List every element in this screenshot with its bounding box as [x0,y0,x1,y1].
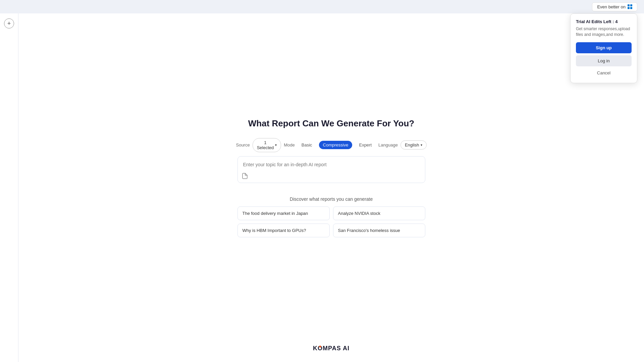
trial-popup: Trial AI Edits Left : 4 Get smarter resp… [570,13,637,83]
source-label: Source [236,142,250,147]
textarea-wrapper [237,156,425,184]
language-label: Language [378,142,398,147]
language-button[interactable]: English ▾ [400,140,427,149]
suggestion-chip-0[interactable]: The food delivery market in Japan [237,206,330,220]
source-chevron-icon: ▾ [275,143,277,147]
add-button[interactable]: + [4,18,14,28]
mode-expert-button[interactable]: Expert [355,141,376,149]
signup-button[interactable]: Sign up [576,42,632,53]
even-better-label: Even better on [597,4,626,9]
page-title: What Report Can We Generate For You? [248,118,415,129]
top-bar: Even better on [0,0,644,13]
discover-title: Discover what reports you can generate [237,196,425,202]
source-button[interactable]: 1 Selected ▾ [253,138,281,152]
mode-basic-button[interactable]: Basic [298,141,316,149]
login-button[interactable]: Log in [576,55,632,66]
mode-label: Mode [284,142,295,147]
windows-icon [628,4,632,9]
discover-section: Discover what reports you can generate T… [237,196,425,237]
plus-icon: + [7,20,11,27]
suggestion-chip-3[interactable]: San Francisco's homeless issue [333,224,425,237]
main-content: What Report Can We Generate For You? Sou… [18,13,644,362]
sidebar: + [0,13,18,362]
file-icon [242,173,248,180]
main-inner: What Report Can We Generate For You? Sou… [237,118,425,237]
mode-compressive-button[interactable]: Compressive [319,141,353,149]
suggestion-chip-1[interactable]: Analyze NVIDIA stock [333,206,425,220]
even-better-button[interactable]: Even better on [592,2,637,11]
topic-input[interactable] [237,156,425,183]
suggestions-grid: The food delivery market in Japan Analyz… [237,206,425,237]
language-value: English [405,142,419,147]
cancel-button[interactable]: Cancel [576,68,632,77]
logo-text: KOMPAS AI [313,345,350,352]
controls-row: Source 1 Selected ▾ Mode Basic Compressi… [237,138,425,152]
suggestion-chip-2[interactable]: Why is HBM Important to GPUs? [237,224,330,237]
source-value: 1 Selected [257,140,274,150]
popup-description: Get smarter responses,upload files and i… [576,26,632,38]
footer-logo: KOMPAS AI [313,345,350,352]
language-chevron-icon: ▾ [421,143,422,147]
popup-title: Trial AI Edits Left : 4 [576,19,632,24]
